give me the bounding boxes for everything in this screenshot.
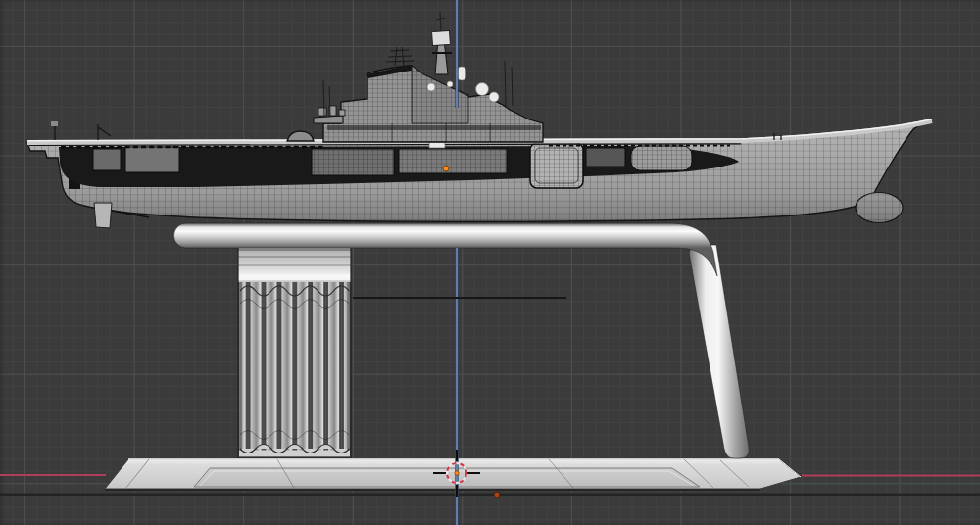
radar-panel <box>432 30 451 45</box>
ground-line <box>0 494 980 497</box>
island-superstructure <box>314 12 543 142</box>
3d-viewport[interactable] <box>0 0 980 525</box>
aircraft-carrier-model[interactable] <box>27 12 932 228</box>
bulbous-bow <box>856 193 903 223</box>
stand-origin-dot <box>494 492 500 498</box>
rudder <box>94 203 112 228</box>
display-stand-column[interactable] <box>238 245 351 457</box>
model-origin-dot <box>443 166 449 171</box>
